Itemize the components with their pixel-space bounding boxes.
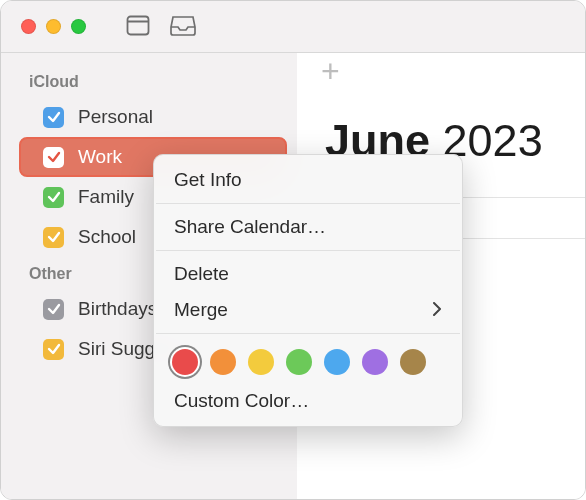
calendar-checkbox[interactable]: [43, 107, 64, 128]
calendar-name-label: Family: [78, 186, 134, 208]
menu-item-label: Get Info: [174, 169, 242, 191]
calendar-name-label: Birthdays: [78, 298, 157, 320]
menu-separator: [156, 250, 460, 251]
menu-separator: [156, 203, 460, 204]
calendar-name-label: School: [78, 226, 136, 248]
menu-item-merge[interactable]: Merge: [154, 292, 462, 328]
menu-item-custom-color[interactable]: Custom Color…: [154, 383, 462, 419]
calendar-name-label: Work: [78, 146, 122, 168]
color-swatch[interactable]: [362, 349, 388, 375]
calendar-toolbar-icon[interactable]: [126, 14, 150, 40]
calendar-checkbox[interactable]: [43, 147, 64, 168]
menu-item-get-info[interactable]: Get Info: [154, 162, 462, 198]
window-controls: [21, 19, 86, 34]
chevron-right-icon: [433, 299, 442, 321]
sidebar-section-title: iCloud: [1, 65, 297, 97]
color-swatch[interactable]: [248, 349, 274, 375]
calendar-checkbox[interactable]: [43, 187, 64, 208]
menu-item-label: Delete: [174, 263, 229, 285]
color-swatch[interactable]: [324, 349, 350, 375]
calendar-checkbox[interactable]: [43, 299, 64, 320]
calendar-checkbox[interactable]: [43, 227, 64, 248]
minimize-window-button[interactable]: [46, 19, 61, 34]
add-event-button[interactable]: +: [321, 53, 340, 90]
color-swatch[interactable]: [400, 349, 426, 375]
menu-item-label: Custom Color…: [174, 390, 309, 412]
close-window-button[interactable]: [21, 19, 36, 34]
color-swatch[interactable]: [172, 349, 198, 375]
menu-separator: [156, 333, 460, 334]
color-swatch[interactable]: [210, 349, 236, 375]
menu-item-label: Merge: [174, 299, 228, 321]
titlebar: [1, 1, 585, 53]
calendar-list-item[interactable]: Personal: [1, 97, 297, 137]
menu-item-share-calendar[interactable]: Share Calendar…: [154, 209, 462, 245]
inbox-toolbar-icon[interactable]: [170, 14, 196, 40]
color-swatch-row: [154, 339, 462, 383]
calendar-checkbox[interactable]: [43, 339, 64, 360]
color-swatch[interactable]: [286, 349, 312, 375]
menu-item-delete[interactable]: Delete: [154, 256, 462, 292]
calendar-context-menu: Get Info Share Calendar… Delete Merge Cu…: [153, 154, 463, 427]
zoom-window-button[interactable]: [71, 19, 86, 34]
svg-rect-0: [128, 16, 149, 34]
calendar-name-label: Personal: [78, 106, 153, 128]
menu-item-label: Share Calendar…: [174, 216, 326, 238]
toolbar: [126, 14, 196, 40]
month-heading: June 2023: [297, 71, 585, 167]
